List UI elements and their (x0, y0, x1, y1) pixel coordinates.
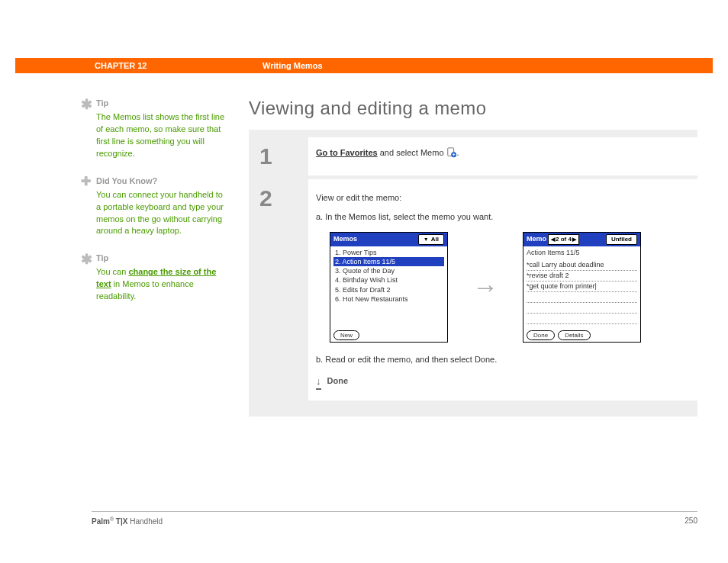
list-item[interactable]: 6. Hot New Restaurants (333, 294, 444, 304)
tip-block-1: ✱ Tip The Memos list shows the first lin… (82, 98, 227, 160)
memo-text-line[interactable]: *get quote from printer| (527, 282, 637, 292)
section-label: Writing Memos (263, 61, 323, 70)
memos-list-screen: Memos ▼All 1. Power Tips2. Action Items … (330, 232, 448, 343)
chapter-label: CHAPTER 12 (95, 61, 263, 70)
triangle-left-icon: ◀ (551, 236, 555, 244)
memo-text-line[interactable] (527, 314, 637, 324)
page-title: Viewing and editing a memo (249, 98, 697, 119)
sidebar: ✱ Tip The Memos list shows the first lin… (82, 98, 227, 417)
memo-list-body: 1. Power Tips2. Action Items 11/53. Quot… (330, 246, 447, 329)
memo-detail-screen: Memo ◀2 of 4▶ Unfiled Action Items 11/5 … (523, 232, 641, 343)
done-button[interactable]: Done (527, 330, 555, 340)
list-item[interactable]: 3. Quote of the Day (333, 266, 444, 275)
screen-title: Memo (527, 234, 546, 245)
step-1: 1 Go to Favorites and select Memo . (249, 137, 697, 175)
tip-title: Tip (96, 98, 227, 110)
new-button[interactable]: New (333, 330, 359, 340)
list-item[interactable]: 2. Action Items 11/5 (333, 257, 444, 266)
memo-text-line[interactable]: *call Larry about deadline (527, 260, 637, 271)
dyk-body: You can connect your handheld to a porta… (96, 189, 227, 238)
page-footer: Palm® T|X Handheld 250 (92, 511, 697, 526)
category-label: All (431, 235, 439, 244)
tip-title: Tip (96, 253, 227, 265)
plus-icon: ✚ (81, 175, 91, 188)
page-number: 250 (685, 516, 697, 526)
category-label: Unfiled (611, 235, 632, 244)
substep-b: b. Read or edit the memo, and then selec… (316, 353, 682, 366)
list-item[interactable]: 1. Power Tips (333, 248, 444, 257)
steps-container: 1 Go to Favorites and select Memo . 2 Vi… (249, 130, 697, 417)
category-selector[interactable]: ▼All (418, 234, 444, 245)
screenshots-row: Memos ▼All 1. Power Tips2. Action Items … (330, 232, 682, 343)
screen-footer: Done Details (523, 329, 640, 342)
tip-block-2: ✱ Tip You can change the size of the tex… (82, 253, 227, 303)
step-body: Go to Favorites and select Memo . (308, 137, 697, 175)
brand-strong: Palm (92, 517, 110, 526)
memo-text-line[interactable]: *revise draft 2 (527, 271, 637, 282)
step-text: and select Memo (378, 148, 446, 157)
memo-app-icon (446, 147, 457, 158)
tip-body: The Memos list shows the first line of e… (96, 111, 227, 160)
category-selector[interactable]: Unfiled (606, 234, 637, 245)
brand-rest: Handheld (130, 517, 163, 526)
dyk-title: Did You Know? (96, 175, 227, 188)
memo-text-line[interactable] (527, 303, 637, 314)
tip-text-post: in Memos to enhance readability. (96, 279, 194, 301)
screen-footer: New (330, 329, 447, 342)
step-period: . (457, 148, 459, 157)
step-intro: View or edit the memo: (316, 191, 682, 204)
substep-a: a. In the Memos list, select the memo yo… (316, 211, 682, 224)
triangle-right-icon: ▶ (572, 236, 576, 244)
asterisk-icon: ✱ (81, 98, 92, 111)
memo-detail-body: Action Items 11/5 *call Larry about dead… (523, 246, 640, 329)
memo-heading: Action Items 11/5 (527, 248, 637, 259)
record-nav[interactable]: ◀2 of 4▶ (548, 234, 579, 245)
screen-header: Memo ◀2 of 4▶ Unfiled (523, 233, 640, 246)
go-to-favorites-link[interactable]: Go to Favorites (316, 148, 378, 157)
tip-text-pre: You can (96, 267, 128, 276)
details-button[interactable]: Details (558, 330, 590, 340)
step-2: 2 View or edit the memo: a. In the Memos… (249, 179, 697, 401)
footer-brand: Palm® T|X Handheld (92, 516, 163, 526)
screen-title: Memos (333, 234, 357, 245)
screen-header: Memos ▼All (330, 233, 447, 246)
main-content: Viewing and editing a memo 1 Go to Favor… (249, 98, 697, 417)
step-number: 1 (249, 137, 308, 175)
done-indicator: ↓ Done (316, 374, 682, 389)
brand-mid: T|X (114, 517, 130, 526)
arrow-down-stop-icon: ↓ (316, 374, 321, 389)
memo-text-line[interactable] (527, 292, 637, 303)
chapter-header: CHAPTER 12 Writing Memos (15, 58, 713, 73)
triangle-down-icon: ▼ (424, 236, 429, 244)
step-number: 2 (249, 179, 308, 401)
step-body: View or edit the memo: a. In the Memos l… (308, 179, 697, 401)
asterisk-icon: ✱ (81, 253, 92, 266)
did-you-know-block: ✚ Did You Know? You can connect your han… (82, 175, 227, 238)
arrow-right-icon: → (472, 268, 498, 307)
list-item[interactable]: 4. Birthday Wish List (333, 275, 444, 285)
done-label: Done (327, 375, 349, 388)
list-item[interactable]: 5. Edits for Draft 2 (333, 285, 444, 294)
record-position: 2 of 4 (556, 235, 572, 244)
tip-body: You can change the size of the text in M… (96, 266, 227, 303)
